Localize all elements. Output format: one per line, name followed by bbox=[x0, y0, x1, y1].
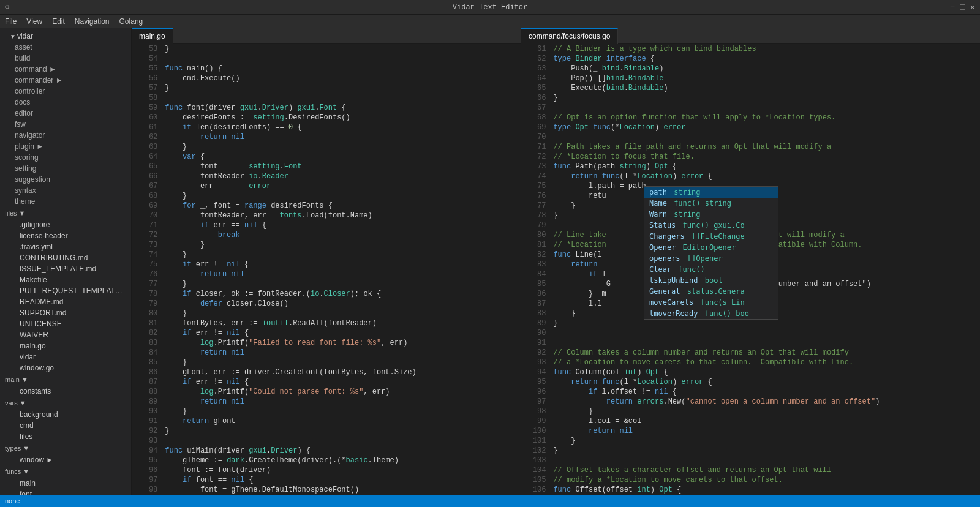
main-section[interactable]: main ▼ bbox=[0, 374, 131, 386]
sidebar-vidar[interactable]: ▼vidar bbox=[0, 31, 131, 42]
files-section[interactable]: files ▼ bbox=[0, 207, 131, 219]
line-number: 68 bbox=[521, 113, 553, 122]
line-number: 92 bbox=[521, 348, 553, 358]
autocomplete-item[interactable]: Name func() string bbox=[644, 198, 778, 209]
menu-edit[interactable]: Edit bbox=[52, 17, 65, 26]
right-tab-bar: command/focus/focus.go bbox=[521, 28, 980, 44]
table-row: 62 return nil bbox=[132, 132, 521, 142]
line-number: 66 bbox=[521, 93, 553, 103]
menu-file[interactable]: File bbox=[5, 17, 17, 26]
sidebar-unlicense[interactable]: UNLICENSE bbox=[0, 318, 131, 329]
table-row: 61 if len(desiredFonts) == 0 { bbox=[132, 122, 521, 132]
sidebar-constants[interactable]: constants bbox=[0, 386, 131, 397]
sidebar-pull-request[interactable]: PULL_REQUEST_TEMPLATE.m bbox=[0, 285, 131, 296]
line-number: 84 bbox=[132, 348, 165, 358]
autocomplete-item[interactable]: lskipUnbind bool bbox=[644, 275, 778, 286]
line-number: 86 bbox=[132, 367, 165, 377]
sidebar-background[interactable]: background bbox=[0, 409, 131, 420]
sidebar-scoring[interactable]: scoring bbox=[0, 152, 131, 163]
sidebar-cmd[interactable]: cmd bbox=[0, 420, 131, 431]
window-controls[interactable]: − □ ✕ bbox=[950, 2, 975, 12]
line-number: 73 bbox=[521, 162, 553, 171]
sidebar-suggestion[interactable]: suggestion bbox=[0, 174, 131, 185]
line-code bbox=[553, 328, 980, 338]
sidebar-asset[interactable]: asset bbox=[0, 42, 131, 53]
autocomplete-item[interactable]: General status.Genera bbox=[644, 286, 778, 297]
sidebar-controller[interactable]: controller bbox=[0, 86, 131, 97]
autocomplete-item[interactable]: Changers []FileChange bbox=[644, 231, 778, 242]
line-number: 85 bbox=[521, 279, 553, 289]
sidebar-maingo[interactable]: main.go bbox=[0, 340, 131, 351]
line-number: 76 bbox=[521, 191, 553, 201]
editors-split: main.go 53 }54 55 func main() {56 cmd.Ex… bbox=[132, 28, 980, 495]
sidebar-setting[interactable]: setting bbox=[0, 163, 131, 174]
types-section[interactable]: types ▼ bbox=[0, 442, 131, 454]
sidebar-gitignore[interactable]: .gitignore bbox=[0, 219, 131, 230]
sidebar-plugin[interactable]: plugin ► bbox=[0, 141, 131, 152]
sidebar-contributing[interactable]: CONTRIBUTING.md bbox=[0, 252, 131, 263]
sidebar-build[interactable]: build bbox=[0, 53, 131, 64]
titlebar: ⚙ Vidar Text Editor − □ ✕ bbox=[0, 0, 980, 15]
funcs-section[interactable]: funcs ▼ bbox=[0, 465, 131, 478]
sidebar-navigator[interactable]: navigator bbox=[0, 130, 131, 141]
table-row: 74 } bbox=[132, 250, 521, 260]
line-code: } bbox=[165, 309, 521, 318]
sidebar-support[interactable]: SUPPORT.md bbox=[0, 307, 131, 318]
autocomplete-item[interactable]: lmoverReady func() boo bbox=[644, 308, 778, 319]
line-number: 90 bbox=[132, 407, 165, 416]
sidebar-theme[interactable]: theme bbox=[0, 196, 131, 207]
line-code: } bbox=[553, 407, 980, 416]
line-code: } bbox=[165, 44, 521, 54]
sidebar-fsw[interactable]: fsw bbox=[0, 119, 131, 130]
sidebar-license-header[interactable]: license-header bbox=[0, 230, 131, 241]
table-row: 98 } bbox=[521, 407, 980, 416]
tab-focus[interactable]: command/focus/focus.go bbox=[521, 28, 618, 44]
line-code: return nil bbox=[165, 348, 521, 358]
sidebar-syntax[interactable]: syntax bbox=[0, 185, 131, 196]
sidebar-windowgo[interactable]: window.go bbox=[0, 362, 131, 374]
table-row: 63 } bbox=[132, 142, 521, 152]
menu-navigation[interactable]: Navigation bbox=[75, 17, 110, 26]
autocomplete-item[interactable]: openers []Opener bbox=[644, 253, 778, 264]
vars-section[interactable]: vars ▼ bbox=[0, 397, 131, 409]
table-row: 56 cmd.Execute() bbox=[132, 73, 521, 83]
autocomplete-item[interactable]: Warn string bbox=[644, 209, 778, 220]
line-number: 94 bbox=[521, 367, 553, 377]
line-number: 103 bbox=[521, 456, 553, 465]
menu-view[interactable]: View bbox=[26, 17, 42, 26]
sidebar-commander[interactable]: commander ► bbox=[0, 75, 131, 86]
sidebar-docs[interactable]: docs bbox=[0, 97, 131, 108]
sidebar-files[interactable]: files bbox=[0, 431, 131, 442]
sidebar-func-font[interactable]: font bbox=[0, 489, 131, 495]
autocomplete-item[interactable]: Clear func() bbox=[644, 264, 778, 275]
line-code: } bbox=[553, 93, 980, 103]
sidebar-readme[interactable]: README.md bbox=[0, 296, 131, 307]
line-number: 60 bbox=[132, 113, 165, 122]
sidebar-issue-template[interactable]: ISSUE_TEMPLATE.md bbox=[0, 263, 131, 274]
autocomplete-item[interactable]: Opener EditorOpener bbox=[644, 242, 778, 253]
tab-maingo[interactable]: main.go bbox=[132, 28, 173, 44]
close-button[interactable]: ✕ bbox=[970, 2, 975, 12]
autocomplete-item[interactable]: moveCarets func(s Lin bbox=[644, 297, 778, 308]
line-code: } bbox=[165, 142, 521, 152]
sidebar-command[interactable]: command ► bbox=[0, 64, 131, 75]
maximize-button[interactable]: □ bbox=[960, 2, 965, 12]
autocomplete-popup[interactable]: path stringName func() stringWarn string… bbox=[644, 186, 778, 320]
line-code: desiredFonts := setting.DesiredFonts() bbox=[165, 113, 521, 122]
sidebar-makefile[interactable]: Makefile bbox=[0, 274, 131, 285]
table-row: 105 // modify a *Location to move carets… bbox=[521, 475, 980, 485]
sidebar-editor[interactable]: editor bbox=[0, 108, 131, 119]
autocomplete-item[interactable]: path string bbox=[644, 187, 778, 198]
line-code: return func(l *Location) error { bbox=[553, 377, 980, 387]
code-area-left[interactable]: 53 }54 55 func main() {56 cmd.Execute()5… bbox=[132, 44, 521, 495]
sidebar-waiver[interactable]: WAIVER bbox=[0, 329, 131, 340]
sidebar-travis[interactable]: .travis.yml bbox=[0, 241, 131, 252]
sidebar-func-main[interactable]: main bbox=[0, 478, 131, 489]
sidebar-vidar-bin[interactable]: vidar bbox=[0, 351, 131, 362]
minimize-button[interactable]: − bbox=[950, 2, 955, 12]
table-row: 84 return nil bbox=[132, 348, 521, 358]
autocomplete-item[interactable]: Status func() gxui.Co bbox=[644, 220, 778, 231]
menu-golang[interactable]: Golang bbox=[119, 17, 143, 26]
sidebar-window-type[interactable]: window ► bbox=[0, 454, 131, 465]
line-number: 66 bbox=[132, 171, 165, 181]
